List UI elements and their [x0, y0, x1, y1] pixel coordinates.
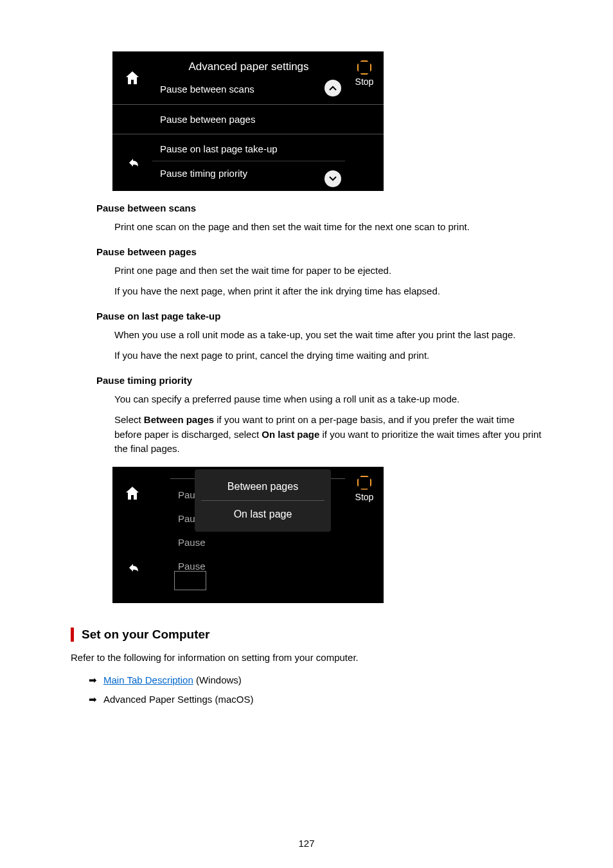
link-main-tab-description[interactable]: Main Tab Description [103, 674, 193, 685]
desc-pause-between-scans: Print one scan on the page and then set … [114, 220, 542, 235]
term-pause-between-scans: Pause between scans [96, 203, 542, 213]
stop-icon [357, 476, 371, 490]
stop-icon [357, 60, 371, 75]
printer-lcd-panel-popup: Stop Pause Pause Pause Pause Between pag… [112, 467, 384, 603]
item-advanced-paper-settings-mac: Advanced Paper Settings (macOS) [103, 694, 253, 705]
stop-label: Stop [355, 77, 374, 87]
desc-pause-timing-priority-1: You can specify a preferred pause time w… [114, 392, 542, 407]
scroll-up-button[interactable] [324, 80, 341, 96]
desc-pause-last-page-2: If you have the next page to print, canc… [114, 348, 542, 363]
option-on-last-page[interactable]: On last page [195, 501, 331, 528]
list-item: ➡ Main Tab Description (Windows) [89, 674, 542, 686]
stop-label: Stop [355, 492, 374, 502]
selected-item-highlight [174, 571, 206, 590]
term-pause-timing-priority: Pause timing priority [96, 375, 542, 386]
bg-item: Pause [170, 530, 345, 554]
home-icon [112, 51, 152, 104]
link-suffix: (Windows) [193, 674, 242, 685]
printer-lcd-panel-advanced: Advanced paper settings Pause between sc… [112, 51, 384, 191]
section-intro: Refer to the following for information o… [71, 652, 542, 663]
section-title: Set on your Computer [82, 628, 210, 642]
menu-item-pause-between-scans[interactable]: Pause between scans [152, 77, 345, 101]
section-marker [71, 628, 74, 642]
desc-pause-last-page-1: When you use a roll unit mode as a take-… [114, 328, 542, 343]
back-icon [112, 134, 152, 191]
scroll-down-button[interactable] [324, 170, 341, 187]
arrow-bullet-icon: ➡ [89, 694, 97, 705]
desc-pause-between-pages-2: If you have the next page, when print it… [114, 284, 542, 299]
panel-title: Advanced paper settings [152, 54, 345, 77]
desc-pause-timing-priority-2: Select Between pages if you want to prin… [114, 413, 542, 457]
desc-pause-between-pages-1: Print one page and then set the wait tim… [114, 264, 542, 278]
back-icon [112, 532, 152, 603]
term-pause-between-pages: Pause between pages [96, 246, 542, 257]
home-icon [112, 467, 152, 520]
list-item: ➡ Advanced Paper Settings (macOS) [89, 694, 542, 705]
popup-menu: Between pages On last page [195, 469, 331, 532]
menu-item-pause-last-page[interactable]: Pause on last page take-up [152, 137, 345, 161]
arrow-bullet-icon: ➡ [89, 674, 97, 686]
menu-item-pause-between-pages[interactable]: Pause between pages [152, 107, 345, 131]
option-between-pages[interactable]: Between pages [195, 473, 331, 500]
menu-item-pause-timing-priority[interactable]: Pause timing priority [152, 161, 345, 185]
page-number: 127 [0, 838, 613, 849]
term-pause-last-page: Pause on last page take-up [96, 311, 542, 321]
